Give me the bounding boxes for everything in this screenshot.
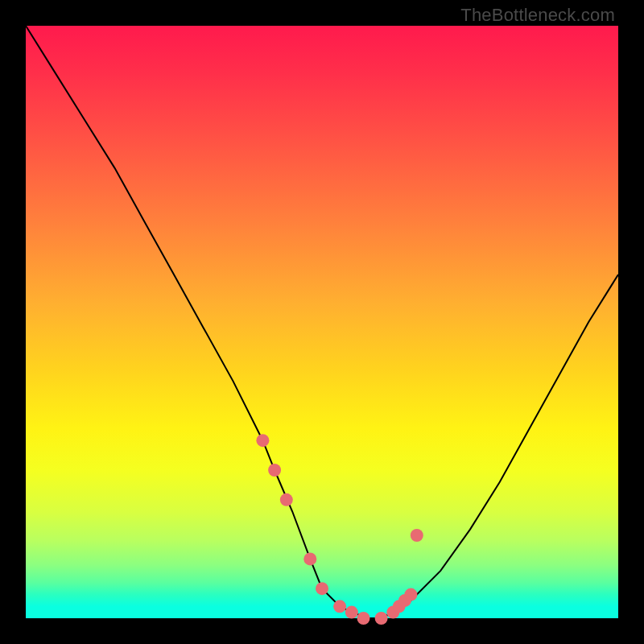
curve-layer (26, 26, 618, 618)
threshold-dot (256, 434, 269, 447)
threshold-dot (404, 588, 417, 601)
threshold-dot (280, 493, 293, 506)
threshold-dot (357, 612, 370, 625)
threshold-dots (256, 434, 423, 625)
threshold-dot (303, 552, 316, 565)
threshold-dot (345, 606, 358, 619)
chart-frame: TheBottleneck.com (0, 0, 644, 644)
threshold-dot (316, 582, 328, 595)
threshold-dot (375, 612, 388, 625)
threshold-dot (268, 464, 281, 477)
bottleneck-curve (26, 26, 618, 618)
threshold-dot (333, 600, 346, 613)
plot-area (26, 26, 618, 618)
threshold-dot (411, 529, 423, 542)
attribution-text: TheBottleneck.com (460, 5, 615, 26)
